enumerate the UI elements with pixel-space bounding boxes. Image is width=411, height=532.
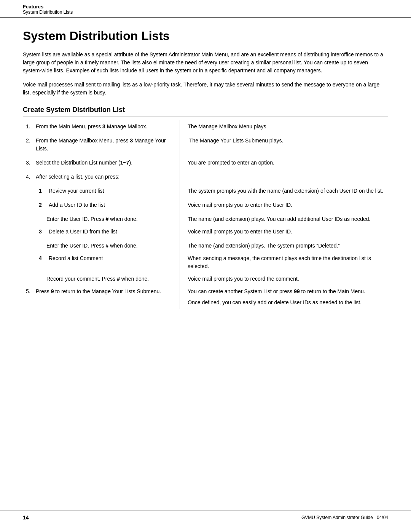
table-row: 4 Record a list Comment When sending a m… bbox=[23, 252, 388, 273]
step-4-right bbox=[180, 171, 388, 185]
substep-1-right: The system prompts you with the name (an… bbox=[180, 185, 388, 199]
table-row: 3 Delete a User ID from the list Voice m… bbox=[23, 225, 388, 240]
step-4-text: After selecting a list, you can press: bbox=[36, 173, 119, 181]
step-number: 3. bbox=[26, 159, 33, 167]
step-5-text: Press 9 to return to the Manage Your Lis… bbox=[36, 288, 161, 296]
substep-4b-text: Record your comment. Press # when done. bbox=[46, 276, 149, 282]
substep-number: 2 bbox=[39, 201, 45, 209]
page: Features System Distribution Lists Syste… bbox=[0, 0, 411, 532]
step-1-result: The Manage Mailbox Menu plays. bbox=[188, 123, 268, 129]
substep-3-text: Delete a User ID from the list bbox=[49, 228, 117, 236]
substep-2-text: Add a User ID to the list bbox=[49, 201, 105, 209]
substep-1-result: The system prompts you with the name (an… bbox=[188, 188, 383, 194]
footer-doc-info: GVMU System Administrator Guide 04/04 bbox=[301, 515, 388, 520]
substep-4-text: Record a list Comment bbox=[49, 254, 103, 262]
intro-paragraph-1: System lists are available as a special … bbox=[23, 51, 388, 75]
table-row: Enter the User ID. Press # when done. Th… bbox=[23, 213, 388, 225]
step-3-text: Select the Distribution List number (1~7… bbox=[36, 159, 132, 167]
substep-2b-text: Enter the User ID. Press # when done. bbox=[46, 216, 138, 222]
header-subsection: System Distribution Lists bbox=[23, 10, 388, 15]
table-row: 3. Select the Distribution List number (… bbox=[23, 157, 388, 171]
table-row: 1. From the Main Menu, press 3 Manage Ma… bbox=[23, 120, 388, 134]
step-2-result: The Manage Your Lists Submenu plays. bbox=[188, 137, 283, 144]
step-2-text: From the Manage Mailbox Menu, press 3 Ma… bbox=[36, 137, 177, 153]
substep-number: 1 bbox=[39, 187, 45, 195]
step-5-result-2: Once defined, you can easily add or dele… bbox=[188, 299, 385, 307]
step-3-left: 3. Select the Distribution List number (… bbox=[23, 157, 180, 171]
step-3-result: You are prompted to enter an option. bbox=[188, 160, 274, 166]
step-2-left: 2. From the Manage Mailbox Menu, press 3… bbox=[23, 134, 180, 157]
substep-number: 4 bbox=[39, 254, 45, 262]
substep-2-left: 2 Add a User ID to the list bbox=[23, 199, 180, 213]
substep-2b-right: The name (and extension) plays. You can … bbox=[180, 213, 388, 225]
header: Features System Distribution Lists bbox=[0, 0, 411, 18]
step-5-right: You can create another System List or pr… bbox=[180, 285, 388, 309]
substep-2-right: Voice mail prompts you to enter the User… bbox=[180, 199, 388, 213]
section-title: Create System Distribution List bbox=[23, 106, 388, 117]
step-3-right: You are prompted to enter an option. bbox=[180, 157, 388, 171]
page-title: System Distribution Lists bbox=[23, 29, 388, 43]
intro-paragraph-2: Voice mail processes mail sent to mailin… bbox=[23, 81, 388, 97]
substep-3-right: Voice mail prompts you to enter the User… bbox=[180, 225, 388, 240]
step-number: 5. bbox=[26, 288, 33, 296]
substep-3b-right: The name (and extension) plays. The syst… bbox=[180, 240, 388, 252]
substep-3-left: 3 Delete a User ID from the list bbox=[23, 225, 180, 240]
table-row: 1 Review your current list The system pr… bbox=[23, 185, 388, 199]
steps-table: 1. From the Main Menu, press 3 Manage Ma… bbox=[23, 120, 388, 309]
table-row: 2. From the Manage Mailbox Menu, press 3… bbox=[23, 134, 388, 157]
table-row: Enter the User ID. Press # when done. Th… bbox=[23, 240, 388, 252]
substep-1-text: Review your current list bbox=[49, 187, 104, 195]
footer: 14 GVMU System Administrator Guide 04/04 bbox=[0, 510, 411, 524]
substep-3b-result: The name (and extension) plays. The syst… bbox=[188, 243, 340, 249]
content-area: System Distribution Lists System lists a… bbox=[0, 18, 411, 332]
substep-4-right: When sending a message, the comment play… bbox=[180, 252, 388, 273]
step-1-left: 1. From the Main Menu, press 3 Manage Ma… bbox=[23, 120, 180, 134]
step-number: 4. bbox=[26, 173, 33, 181]
substep-4b-result: Voice mail prompts you to record the com… bbox=[188, 276, 299, 282]
step-number: 1. bbox=[26, 123, 33, 131]
substep-4-result: When sending a message, the comment play… bbox=[188, 255, 371, 269]
substep-4b-right: Voice mail prompts you to record the com… bbox=[180, 273, 388, 285]
footer-doc-date: 04/04 bbox=[377, 515, 388, 520]
step-number: 2. bbox=[26, 137, 33, 153]
header-section: Features bbox=[23, 4, 388, 10]
step-1-text: From the Main Menu, press 3 Manage Mailb… bbox=[36, 123, 147, 131]
footer-doc-title: GVMU System Administrator Guide bbox=[301, 515, 373, 520]
table-row: 5. Press 9 to return to the Manage Your … bbox=[23, 285, 388, 309]
substep-4-left: 4 Record a list Comment bbox=[23, 252, 180, 273]
substep-2b-left: Enter the User ID. Press # when done. bbox=[23, 213, 180, 225]
substep-3-result: Voice mail prompts you to enter the User… bbox=[188, 228, 292, 235]
step-5-result-1: You can create another System List or pr… bbox=[188, 288, 385, 296]
step-4-left: 4. After selecting a list, you can press… bbox=[23, 171, 180, 185]
step-2-right: The Manage Your Lists Submenu plays. bbox=[180, 134, 388, 157]
step-1-right: The Manage Mailbox Menu plays. bbox=[180, 120, 388, 134]
substep-3b-text: Enter the User ID. Press # when done. bbox=[46, 243, 138, 249]
table-row: 2 Add a User ID to the list Voice mail p… bbox=[23, 199, 388, 213]
substep-number: 3 bbox=[39, 228, 45, 236]
substep-2-result: Voice mail prompts you to enter the User… bbox=[188, 202, 292, 208]
footer-page-number: 14 bbox=[23, 514, 29, 521]
substep-1-left: 1 Review your current list bbox=[23, 185, 180, 199]
table-row: 4. After selecting a list, you can press… bbox=[23, 171, 388, 185]
substep-2b-result: The name (and extension) plays. You can … bbox=[188, 216, 370, 222]
substep-3b-left: Enter the User ID. Press # when done. bbox=[23, 240, 180, 252]
substep-4b-left: Record your comment. Press # when done. bbox=[23, 273, 180, 285]
table-row: Record your comment. Press # when done. … bbox=[23, 273, 388, 285]
step-5-left: 5. Press 9 to return to the Manage Your … bbox=[23, 285, 180, 309]
